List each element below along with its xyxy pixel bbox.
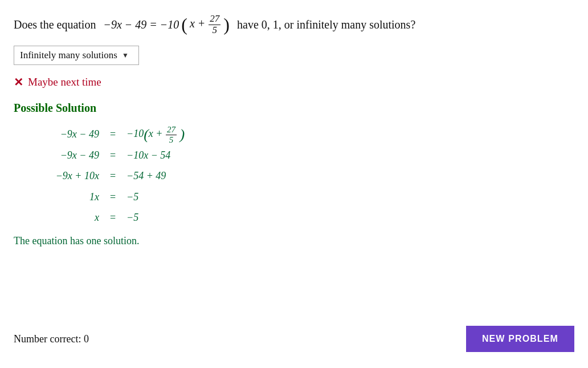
step5-lhs: x — [31, 208, 99, 227]
step3-rhs: −54 + 49 — [126, 166, 166, 185]
x-icon: ✕ — [14, 75, 23, 89]
result-message: Maybe next time — [28, 76, 101, 88]
step1-eq: = — [99, 124, 126, 144]
step4-rhs: −5 — [126, 187, 138, 207]
step4-lhs: 1x — [31, 187, 99, 207]
inner-expression: x + 27 5 — [190, 14, 221, 35]
fraction-denominator: 5 — [211, 25, 219, 36]
result-line: ✕ Maybe next time — [14, 75, 574, 89]
step5-rhs: −5 — [126, 208, 138, 227]
possible-solution-section: Possible Solution −9x − 49 = −10(x + 27 … — [14, 102, 574, 247]
step-row-2: −9x − 49 = −10x − 54 — [31, 145, 574, 165]
step3-lhs: −9x + 10x — [31, 166, 99, 185]
step1-fraction: 27 5 — [166, 125, 177, 144]
question-prefix: Does the equation — [14, 15, 96, 34]
dropdown-selected-value: Infinitely many solutions — [20, 50, 117, 61]
step3-eq: = — [99, 166, 126, 185]
fraction-27-5: 27 5 — [209, 14, 220, 35]
paren-close: ) — [223, 15, 230, 34]
step2-lhs: −9x − 49 — [31, 145, 99, 165]
answer-dropdown[interactable]: Infinitely many solutions ▼ — [14, 46, 139, 65]
step-row-5: x = −5 — [31, 208, 574, 227]
step-row-1: −9x − 49 = −10(x + 27 5 ) — [31, 124, 574, 144]
new-problem-button[interactable]: NEW PROBLEM — [466, 326, 574, 352]
bottom-bar: Number correct: 0 NEW PROBLEM — [14, 326, 574, 352]
fraction-numerator: 27 — [209, 14, 220, 25]
possible-solution-title: Possible Solution — [14, 102, 574, 115]
paren-open: ( — [181, 15, 187, 34]
step1-lhs: −9x − 49 — [31, 124, 99, 144]
question-suffix: have 0, 1, or infinitely many solutions? — [237, 15, 415, 34]
number-correct-label: Number correct: — [14, 333, 81, 345]
equation-text: −9x − 49 = −10 — [103, 15, 179, 34]
step5-eq: = — [99, 208, 126, 227]
step2-rhs: −10x − 54 — [126, 145, 170, 165]
number-correct: Number correct: 0 — [14, 333, 89, 345]
step2-eq: = — [99, 145, 126, 165]
solution-steps: −9x − 49 = −10(x + 27 5 ) −9x − 49 = −10… — [31, 124, 574, 227]
dropdown-arrow-icon: ▼ — [122, 51, 129, 60]
step4-eq: = — [99, 187, 126, 207]
question-line: Does the equation −9x − 49 = −10 ( x + 2… — [14, 14, 574, 35]
step-row-4: 1x = −5 — [31, 187, 574, 207]
step1-rhs: −10(x + 27 5 ) — [126, 124, 185, 144]
number-correct-value: 0 — [84, 333, 89, 345]
step-row-3: −9x + 10x = −54 + 49 — [31, 166, 574, 185]
conclusion-line: The equation has one solution. — [14, 235, 574, 247]
